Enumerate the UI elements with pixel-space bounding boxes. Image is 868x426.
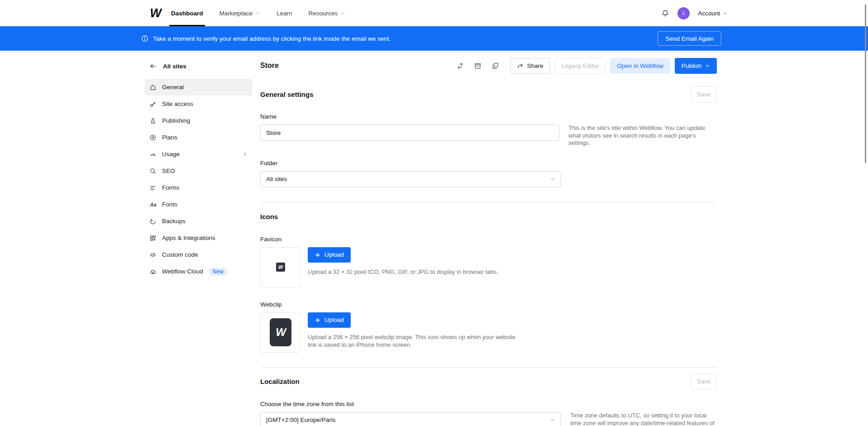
nav-item-learn[interactable]: Learn	[277, 0, 292, 26]
sidebar-item-site-access[interactable]: Site access	[145, 96, 253, 112]
webflow-logo-icon[interactable]: W	[148, 6, 162, 20]
sidebar-item-label: Backups	[162, 218, 186, 225]
account-label: Account	[698, 10, 720, 17]
localization-save-button[interactable]: Save	[691, 373, 717, 389]
email-verify-banner: Take a moment to verify your email addre…	[0, 26, 868, 51]
nav-item-label: Learn	[277, 10, 292, 17]
sidebar-item-webflow-cloud[interactable]: Webflow CloudNew	[145, 263, 253, 280]
sidebar-item-label: General	[162, 84, 184, 91]
sidebar-item-label: Forms	[162, 184, 179, 191]
section-divider	[260, 202, 717, 202]
sidebar-item-label: Plans	[162, 134, 177, 141]
folder-label: Folder	[260, 160, 717, 167]
sidebar-item-label: Custom code	[162, 251, 198, 258]
favicon-help-text: Upload a 32 × 32 pixel ICO, PNG, GIF, or…	[308, 268, 498, 276]
history-icon	[149, 218, 157, 225]
general-save-button[interactable]: Save	[691, 86, 717, 102]
nav-item-resources[interactable]: Resources	[309, 0, 346, 26]
sidebar-item-publishing[interactable]: Publishing	[145, 112, 253, 129]
webclip-label: Webclip	[260, 301, 717, 308]
grid-plus-icon	[149, 235, 157, 242]
circle-up-icon	[149, 134, 157, 141]
key-icon	[149, 101, 157, 108]
share-button[interactable]: Share	[510, 58, 550, 74]
publish-label: Publish	[682, 62, 701, 69]
folder-select[interactable]: All sites	[260, 171, 561, 187]
publish-button[interactable]: Publish	[675, 58, 717, 74]
nav-items: DashboardMarketplaceLearnResources	[171, 0, 345, 26]
timezone-label: Choose the time zone from this list	[260, 401, 717, 407]
webclip-image: W	[270, 318, 291, 346]
page-title: Store	[260, 62, 279, 70]
sidebar-item-plans[interactable]: Plans	[145, 129, 253, 146]
general-settings-heading: General settings	[260, 91, 314, 98]
timezone-select[interactable]: [GMT+2:00] Europe/Paris	[260, 412, 561, 426]
webclip-upload-label: Upload	[324, 316, 344, 323]
magnifier-icon	[149, 168, 157, 175]
svg-text:Aa: Aa	[150, 202, 157, 207]
settings-sidebar: All sites GeneralSite accessPublishingPl…	[145, 62, 253, 280]
chevron-right-icon	[242, 151, 248, 157]
sidebar-item-label: Fonts	[162, 201, 177, 208]
chevron-down-icon	[705, 63, 710, 68]
account-menu[interactable]: Account	[698, 10, 728, 17]
transfer-site-icon[interactable]	[456, 62, 464, 70]
favicon-image: W	[276, 263, 285, 272]
favicon-upload-button[interactable]: Upload	[308, 247, 351, 263]
back-to-all-sites[interactable]: All sites	[145, 62, 253, 70]
avatar[interactable]: J.	[677, 7, 690, 19]
icons-heading: Icons	[260, 213, 278, 220]
localization-heading: Localization	[260, 378, 300, 385]
nav-item-marketplace[interactable]: Marketplace	[219, 0, 261, 26]
sidebar-item-general[interactable]: General	[145, 79, 253, 96]
banner-message: Take a moment to verify your email addre…	[153, 35, 391, 42]
sidebar-item-custom-code[interactable]: Custom code	[145, 246, 253, 263]
gauge-icon	[149, 151, 157, 158]
sidebar-item-label: SEO	[162, 168, 175, 174]
timezone-value: [GMT+2:00] Europe/Paris	[266, 416, 335, 423]
chevron-down-icon	[550, 417, 555, 423]
send-email-again-button[interactable]: Send Email Again	[658, 31, 721, 46]
sidebar-item-fonts[interactable]: AaFonts	[145, 196, 253, 213]
share-arrow-icon	[517, 62, 524, 69]
nav-item-dashboard[interactable]: Dashboard	[171, 0, 203, 26]
rocket-icon	[149, 117, 157, 124]
webclip-preview: W	[260, 312, 300, 353]
fonts-icon: Aa	[149, 201, 157, 208]
open-in-webflow-button[interactable]: Open in Webflow	[610, 58, 670, 74]
sidebar-item-apps-integrations[interactable]: Apps & Integrations	[145, 230, 253, 246]
back-label: All sites	[163, 63, 186, 70]
sidebar-item-backups[interactable]: Backups	[145, 213, 253, 230]
section-divider	[260, 367, 717, 368]
archive-icon[interactable]	[474, 62, 482, 70]
sidebar-item-label: Site access	[162, 101, 193, 107]
sidebar-item-label: Usage	[162, 151, 180, 158]
sidebar-item-forms[interactable]: Forms	[145, 179, 253, 196]
chevron-down-icon	[340, 11, 345, 16]
nav-item-label: Dashboard	[171, 10, 203, 17]
webclip-upload-button[interactable]: Upload	[308, 312, 351, 328]
duplicate-icon[interactable]	[491, 62, 499, 70]
sidebar-item-seo[interactable]: SEO	[145, 163, 253, 179]
sidebar-item-usage[interactable]: Usage	[145, 146, 253, 163]
upload-icon	[315, 252, 321, 258]
bell-icon[interactable]	[661, 9, 669, 17]
cloud-icon	[149, 268, 157, 275]
site-name-input[interactable]	[260, 124, 559, 141]
upload-icon	[315, 317, 321, 323]
info-icon	[141, 35, 148, 42]
arrow-left-icon	[149, 62, 157, 70]
sidebar-item-label: Publishing	[162, 117, 190, 124]
chevron-down-icon	[723, 11, 728, 16]
code-icon	[149, 251, 157, 258]
name-label: Name	[260, 113, 717, 120]
vertical-scrollbar[interactable]	[865, 5, 866, 163]
new-badge: New	[209, 268, 228, 276]
lines-icon	[149, 184, 157, 191]
nav-item-label: Resources	[309, 10, 338, 17]
folder-value: All sites	[266, 176, 287, 182]
favicon-label: Favicon	[260, 236, 717, 243]
legacy-editor-button[interactable]: Legacy Editor	[555, 58, 606, 74]
chevron-down-icon	[550, 177, 555, 182]
name-help-text: This is the site's title within Webflow.…	[568, 124, 717, 147]
